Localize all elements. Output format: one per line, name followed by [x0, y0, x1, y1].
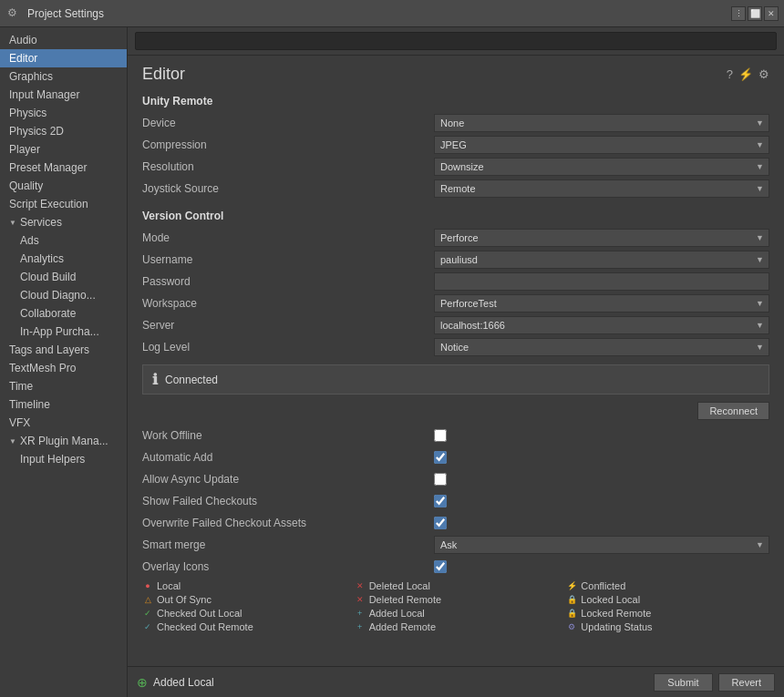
sidebar-item-preset-manager[interactable]: Preset Manager — [0, 159, 127, 177]
sidebar-item-input-manager[interactable]: Input Manager — [0, 86, 127, 104]
sidebar-item-analytics[interactable]: Analytics — [0, 250, 127, 268]
workspace-dropdown[interactable]: PerforceTest — [434, 294, 769, 313]
sidebar-item-physics-2d[interactable]: Physics 2D — [0, 122, 127, 140]
search-wrapper: 🔍 — [135, 32, 777, 50]
log-level-label: Log Level — [142, 341, 434, 354]
out-of-sync-label: Out Of Sync — [157, 594, 211, 605]
sidebar-item-collaborate[interactable]: Collaborate — [0, 304, 127, 323]
server-row: Server localhost:1666 ▼ — [142, 315, 769, 335]
sidebar-item-audio[interactable]: Audio — [0, 31, 127, 49]
panel-title: Editor — [142, 65, 185, 84]
sidebar-item-input-helpers[interactable]: Input Helpers — [0, 450, 127, 468]
window-menu-btn[interactable]: ⋮ — [731, 6, 746, 21]
help-icon[interactable]: ? — [727, 67, 733, 81]
device-label: Device — [142, 117, 434, 129]
device-dropdown[interactable]: None — [434, 114, 769, 132]
overlay-local: ● Local — [142, 580, 346, 591]
overlay-icons-control — [434, 560, 769, 573]
compression-dropdown[interactable]: JPEG — [434, 136, 769, 154]
overlay-icons-checkbox[interactable] — [434, 560, 447, 573]
window-icon: ⚙ — [7, 6, 22, 21]
resolution-dropdown[interactable]: Downsize — [434, 158, 769, 176]
main-layout: Audio Editor Graphics Input Manager Phys… — [0, 27, 784, 697]
overlay-updating-status: ⚙ Updating Status — [566, 621, 769, 632]
locked-local-label: Locked Local — [581, 594, 640, 605]
sidebar-item-quality[interactable]: Quality — [0, 177, 127, 195]
panel-header: Editor ? ⚡ ⚙ — [142, 65, 769, 84]
revert-button[interactable]: Revert — [718, 673, 775, 692]
sidebar-item-cloud-diagnostics[interactable]: Cloud Diagno... — [0, 286, 127, 304]
overlay-out-of-sync: △ Out Of Sync — [142, 594, 346, 605]
checked-out-remote-icon: ✓ — [142, 621, 153, 632]
resolution-row: Resolution Downsize ▼ — [142, 157, 769, 177]
local-label: Local — [157, 580, 181, 591]
sidebar-item-player[interactable]: Player — [0, 140, 127, 159]
work-offline-label: Work Offline — [142, 429, 434, 442]
connected-box: ℹ Connected — [142, 364, 769, 395]
deleted-local-label: Deleted Local — [369, 580, 430, 591]
sidebar-item-editor[interactable]: Editor — [0, 49, 127, 67]
submit-button[interactable]: Submit — [654, 673, 712, 692]
xr-triangle: ▼ — [9, 437, 16, 446]
log-level-control: Notice ▼ — [434, 338, 769, 356]
log-level-row: Log Level Notice ▼ — [142, 337, 769, 357]
sidebar-item-physics[interactable]: Physics — [0, 104, 127, 122]
mode-dropdown[interactable]: Perforce — [434, 229, 769, 247]
bottom-right: Submit Revert — [654, 673, 775, 692]
reconnect-row: Reconnect — [142, 402, 769, 420]
sidebar-item-graphics[interactable]: Graphics — [0, 67, 127, 86]
conflicted-label: Conflicted — [581, 580, 625, 591]
overwrite-failed-row: Overwrite Failed Checkout Assets — [142, 513, 769, 533]
show-failed-checkouts-control — [434, 495, 769, 507]
sidebar-item-script-execution[interactable]: Script Execution — [0, 195, 127, 213]
reconnect-button[interactable]: Reconnect — [697, 402, 769, 420]
workspace-label: Workspace — [142, 297, 434, 310]
overlay-added-remote: + Added Remote — [355, 621, 558, 632]
device-row: Device None ▼ — [142, 113, 769, 133]
window-close-btn[interactable]: ✕ — [764, 6, 779, 21]
locked-local-icon: 🔒 — [566, 594, 577, 605]
added-local-label: Added Local — [369, 608, 425, 619]
services-triangle: ▼ — [9, 219, 16, 227]
allow-async-control — [434, 473, 769, 486]
resolution-label: Resolution — [142, 160, 434, 173]
work-offline-checkbox[interactable] — [434, 429, 447, 442]
deleted-local-icon: ✕ — [355, 580, 366, 591]
work-offline-row: Work Offline — [142, 425, 769, 446]
window-restore-btn[interactable]: ⬜ — [748, 6, 762, 21]
show-failed-checkouts-label: Show Failed Checkouts — [142, 495, 434, 507]
overwrite-failed-checkbox[interactable] — [434, 517, 447, 529]
sidebar-item-time[interactable]: Time — [0, 377, 127, 395]
username-dropdown[interactable]: pauliusd — [434, 251, 769, 269]
sidebar-item-in-app-purchase[interactable]: In-App Purcha... — [0, 323, 127, 341]
joystick-source-dropdown[interactable]: Remote — [434, 179, 769, 198]
sidebar-item-cloud-build[interactable]: Cloud Build — [0, 268, 127, 286]
show-failed-checkouts-row: Show Failed Checkouts — [142, 491, 769, 511]
overwrite-failed-control — [434, 517, 769, 529]
sidebar-item-services[interactable]: ▼Services — [0, 213, 127, 231]
checked-out-local-label: Checked Out Local — [157, 608, 242, 619]
sidebar-item-tags-and-layers[interactable]: Tags and Layers — [0, 341, 127, 359]
show-failed-checkouts-checkbox[interactable] — [434, 495, 447, 507]
server-label: Server — [142, 319, 434, 332]
window-title: Project Settings — [27, 7, 104, 20]
password-input[interactable] — [434, 272, 769, 291]
sidebar-item-timeline[interactable]: Timeline — [0, 395, 127, 414]
gear-icon[interactable]: ⚙ — [758, 67, 769, 81]
allow-async-checkbox[interactable] — [434, 473, 447, 486]
sidebar-item-textmesh-pro[interactable]: TextMesh Pro — [0, 359, 127, 377]
sidebar-item-ads[interactable]: Ads — [0, 231, 127, 250]
smart-merge-dropdown[interactable]: Ask — [434, 536, 769, 554]
log-level-dropdown[interactable]: Notice — [434, 338, 769, 356]
server-dropdown[interactable]: localhost:1666 — [434, 316, 769, 334]
added-remote-label: Added Remote — [369, 621, 436, 632]
compression-label: Compression — [142, 138, 434, 151]
sidebar-item-vfx[interactable]: VFX — [0, 414, 127, 432]
sidebar-item-xr-plugin[interactable]: ▼XR Plugin Mana... — [0, 432, 127, 450]
settings-sliders-icon[interactable]: ⚡ — [738, 67, 753, 81]
automatic-add-control — [434, 451, 769, 464]
added-local-text: Added Local — [153, 676, 214, 689]
conflicted-icon: ⚡ — [566, 580, 577, 591]
search-input[interactable] — [135, 32, 777, 50]
automatic-add-checkbox[interactable] — [434, 451, 447, 464]
